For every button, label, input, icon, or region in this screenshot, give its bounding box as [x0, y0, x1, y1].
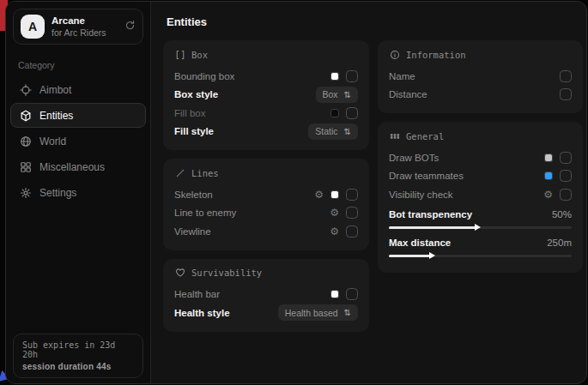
- gear-icon[interactable]: ⚙: [330, 226, 339, 237]
- setting-label: Bounding box: [174, 71, 234, 81]
- sidebar-item-aimbot[interactable]: Aimbot: [10, 77, 146, 102]
- app-subtitle: for Arc Riders: [52, 27, 118, 39]
- checkbox[interactable]: [346, 189, 358, 201]
- desktop: A Arcane for Arc Riders Category: [0, 0, 588, 385]
- setting-row-health-style: Health style Health based ⇅: [174, 304, 358, 322]
- slider-fill: [389, 226, 476, 229]
- grid-icon: [19, 160, 32, 173]
- sidebar-item-label: Settings: [39, 187, 76, 199]
- slider-row-max-distance: Max distance 250m: [389, 235, 572, 257]
- color-swatch[interactable]: [330, 109, 339, 117]
- setting-label: Distance: [389, 89, 427, 99]
- max-distance-slider[interactable]: [389, 255, 572, 257]
- checkbox[interactable]: [560, 189, 572, 201]
- setting-label: Fill style: [174, 126, 214, 136]
- setting-row-box-style: Box style Box ⇅: [174, 86, 358, 105]
- card-box: Box Bounding box Box style: [163, 40, 369, 150]
- checkbox[interactable]: [560, 70, 572, 82]
- setting-label: Skeleton: [174, 189, 213, 200]
- card-title: Information: [406, 50, 466, 60]
- sort-arrows-icon: ⇅: [344, 90, 351, 99]
- card-general: General Draw BOTs Draw teammates: [378, 122, 583, 273]
- card-title: Survivability: [191, 268, 262, 278]
- card-lines: Lines Skeleton ⚙ Line to enemy: [163, 159, 369, 250]
- sidebar-nav: Aimbot Entities World: [6, 74, 150, 208]
- sidebar-item-settings[interactable]: Settings: [10, 180, 146, 205]
- setting-label: Box style: [174, 89, 218, 99]
- card-box-header: Box: [174, 49, 358, 60]
- setting-label: Name: [389, 71, 415, 81]
- setting-label: Health style: [174, 308, 230, 318]
- main-panel: Entities Box Bounding box: [151, 2, 587, 383]
- checkbox[interactable]: [346, 207, 358, 219]
- gear-icon[interactable]: ⚙: [330, 208, 339, 218]
- entities-icon: [19, 109, 32, 122]
- card-title: Box: [191, 50, 208, 60]
- slider-fill: [389, 255, 431, 257]
- color-swatch[interactable]: [544, 153, 553, 162]
- line-icon: [174, 167, 185, 178]
- slider-value: 50%: [552, 209, 572, 220]
- slider-thumb[interactable]: [475, 224, 481, 231]
- setting-row-distance: Distance: [389, 86, 572, 105]
- brand-card: A Arcane for Arc Riders: [13, 9, 143, 45]
- setting-label: Draw teammates: [389, 171, 464, 181]
- app-name: Arcane: [52, 15, 118, 27]
- sidebar-item-label: Entities: [39, 110, 73, 122]
- sidebar-item-miscellaneous[interactable]: Miscellaneous: [10, 154, 146, 179]
- session-duration-text: session duration 44s: [22, 362, 134, 371]
- sort-arrows-icon: ⇅: [344, 127, 351, 136]
- sync-icon[interactable]: [124, 20, 136, 33]
- info-icon: [389, 49, 400, 60]
- gear-icon[interactable]: ⚙: [543, 189, 553, 200]
- checkbox[interactable]: [346, 288, 358, 300]
- brand-text: Arcane for Arc Riders: [52, 15, 118, 39]
- setting-label: Health bar: [174, 289, 220, 299]
- card-information: Information Name Distance: [378, 40, 583, 113]
- checkbox[interactable]: [560, 170, 572, 182]
- globe-icon: [19, 135, 32, 147]
- setting-label: Draw BOTs: [389, 153, 439, 163]
- color-swatch[interactable]: [544, 171, 553, 180]
- setting-row-bounding-box: Bounding box: [174, 67, 358, 86]
- category-label: Category: [18, 60, 150, 70]
- color-swatch[interactable]: [330, 190, 339, 199]
- setting-row-name: Name: [389, 67, 572, 86]
- sidebar-item-world[interactable]: World: [10, 129, 146, 153]
- cheat-menu-window: A Arcane for Arc Riders Category: [5, 1, 587, 384]
- gear-icon[interactable]: ⚙: [314, 189, 324, 200]
- slider-label: Bot transpenency: [389, 209, 472, 220]
- checkbox[interactable]: [346, 226, 358, 238]
- heart-pulse-icon: [174, 268, 185, 279]
- box-style-dropdown[interactable]: Box ⇅: [316, 87, 358, 103]
- bot-transparency-slider[interactable]: [389, 226, 572, 229]
- card-information-header: Information: [389, 49, 572, 60]
- app-logo: A: [21, 15, 45, 39]
- checkbox[interactable]: [346, 107, 358, 119]
- setting-label: Visibility check: [389, 189, 453, 200]
- setting-row-fill-box: Fill box: [174, 104, 358, 123]
- gear-icon: [19, 186, 32, 199]
- setting-row-draw-teammates: Draw teammates: [389, 167, 572, 186]
- card-title: General: [406, 131, 444, 141]
- setting-label: Viewline: [174, 226, 211, 237]
- fill-style-dropdown[interactable]: Static ⇅: [308, 123, 358, 140]
- card-survivability: Survivability Health bar Health style: [163, 259, 369, 332]
- checkbox[interactable]: [560, 88, 572, 100]
- setting-row-viewline: Viewline ⚙: [174, 222, 358, 241]
- brackets-icon: [174, 49, 185, 60]
- slider-value: 250m: [547, 238, 572, 248]
- sidebar-item-entities[interactable]: Entities: [10, 103, 146, 128]
- setting-row-line-to-enemy: Line to enemy ⚙: [174, 204, 358, 223]
- health-style-dropdown[interactable]: Health based ⇅: [278, 304, 358, 321]
- sidebar: A Arcane for Arc Riders Category: [6, 2, 151, 383]
- dropdown-value: Box: [323, 89, 338, 99]
- checkbox[interactable]: [346, 70, 358, 82]
- checkbox[interactable]: [560, 152, 572, 164]
- sort-arrows-icon: ⇅: [344, 308, 351, 317]
- color-swatch[interactable]: [330, 72, 339, 81]
- dropdown-value: Static: [315, 126, 337, 136]
- slider-thumb[interactable]: [429, 252, 435, 259]
- dots-grid-icon: [389, 130, 400, 141]
- color-swatch[interactable]: [330, 290, 339, 298]
